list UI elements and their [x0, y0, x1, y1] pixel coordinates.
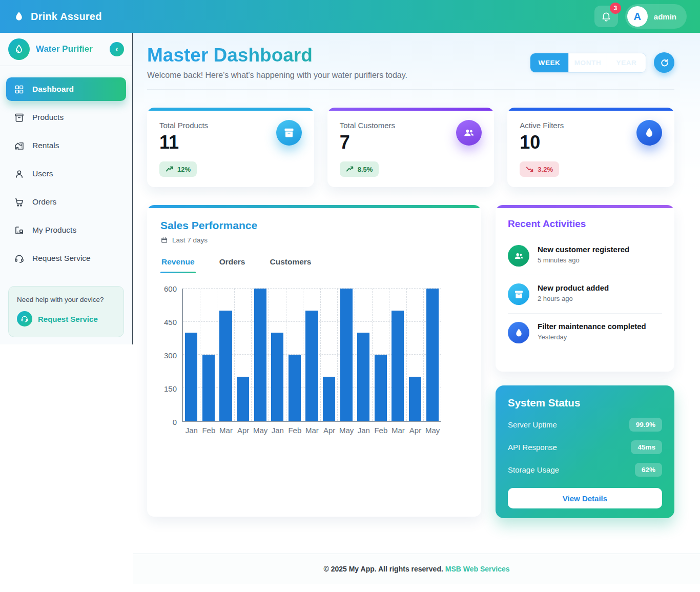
- app-header: Drink Assured 3 A admin: [0, 0, 700, 33]
- chart-slot: [286, 289, 304, 421]
- notifications-button[interactable]: 3: [594, 6, 618, 27]
- chart-bar: [426, 289, 439, 421]
- bell-icon: [601, 11, 612, 22]
- help-text: Need help with your device?: [17, 296, 115, 303]
- sidebar-item-products[interactable]: Products: [6, 106, 126, 129]
- trend-badge: 12%: [159, 161, 197, 177]
- chart-bar: [289, 355, 301, 421]
- y-tick-label: 0: [173, 418, 177, 426]
- sidebar-item-my-products[interactable]: My Products: [6, 218, 126, 242]
- refresh-button[interactable]: [654, 52, 674, 73]
- x-tick-label: Mar: [389, 426, 407, 435]
- sidebar-collapse-button[interactable]: ‹: [110, 42, 124, 56]
- chart-bar: [254, 289, 266, 421]
- chart-slot: [252, 289, 269, 421]
- headset-icon: [14, 253, 25, 264]
- x-tick-label: Feb: [200, 426, 218, 435]
- x-tick-label: Apr: [321, 426, 338, 435]
- trend-up-icon: [346, 165, 354, 173]
- tab-customers[interactable]: Customers: [269, 257, 312, 273]
- stat-icon-badge: [276, 120, 302, 146]
- chart-tabs: RevenueOrdersCustomers: [160, 257, 468, 273]
- chart-x-axis: JanFebMarAprMayJanFebMarAprMayJanFebMarA…: [183, 426, 468, 435]
- chart-y-axis: 0150300450600: [160, 289, 182, 422]
- chart-bar: [375, 355, 387, 421]
- archive-icon: [14, 112, 25, 123]
- sidebar-item-label: Dashboard: [32, 85, 74, 94]
- sidebar-item-request-service[interactable]: Request Service: [6, 247, 126, 270]
- sidebar-item-dashboard[interactable]: Dashboard: [6, 77, 126, 101]
- system-status-title: System Status: [508, 397, 662, 409]
- bar-chart: 0150300450600: [160, 289, 468, 422]
- chart-bar: [357, 333, 369, 421]
- tab-orders[interactable]: Orders: [218, 257, 246, 273]
- status-value-badge: 62%: [635, 463, 662, 477]
- page-header: Master Dashboard Welcome back! Here's wh…: [147, 45, 674, 80]
- sidebar-item-orders[interactable]: Orders: [6, 190, 126, 214]
- x-tick-label: May: [424, 426, 441, 435]
- chart-slot: [235, 289, 252, 421]
- header-actions: 3 A admin: [594, 4, 687, 29]
- period-month-button[interactable]: MONTH: [569, 53, 607, 72]
- copyright-text: © 2025 My App. All rights reserved.: [323, 565, 443, 573]
- chart-slot: [407, 289, 424, 421]
- trend-badge: 3.2%: [520, 161, 559, 177]
- sidebar-item-users[interactable]: Users: [6, 162, 126, 186]
- stat-card-total-customers: Total Customers78.5%: [327, 108, 495, 187]
- user-icon: [14, 169, 25, 179]
- chart-bar: [219, 311, 232, 421]
- status-value-badge: 99.9%: [629, 418, 662, 432]
- chart-period-label: Last 7 days: [172, 236, 208, 244]
- chart-bar: [340, 289, 353, 421]
- archive-filled-icon: [283, 127, 295, 139]
- trend-up-icon: [166, 165, 174, 173]
- chart-title: Sales Performance: [160, 219, 468, 232]
- status-row: Storage Usage62%: [508, 463, 662, 477]
- chart-bars: [183, 289, 441, 421]
- sidebar-item-rentals[interactable]: Rentals: [6, 134, 126, 157]
- period-year-button[interactable]: YEAR: [607, 53, 646, 72]
- activities-list: New customer registered5 minutes agoNew …: [508, 237, 662, 352]
- activity-text: Filter maintenance completedYesterday: [538, 322, 646, 341]
- activity-time: Yesterday: [538, 333, 646, 341]
- chart-slot: [200, 289, 218, 421]
- stat-icon-badge: [636, 120, 662, 146]
- y-tick-label: 300: [164, 351, 177, 360]
- trend-badge: 8.5%: [340, 161, 379, 177]
- drop-outline-icon: [13, 44, 25, 55]
- activity-time: 5 minutes ago: [538, 256, 629, 264]
- chart-bar: [305, 311, 318, 421]
- system-status-rows: Server Uptime99.9%API Response45msStorag…: [508, 418, 662, 477]
- sidebar-item-label: My Products: [32, 226, 76, 235]
- tab-revenue[interactable]: Revenue: [160, 257, 196, 273]
- people-filled-icon: [513, 251, 524, 261]
- footer-link[interactable]: MSB Web Services: [445, 565, 510, 573]
- period-week-button[interactable]: WEEK: [530, 53, 569, 72]
- sidebar-brand: Water Purifier ‹: [0, 33, 132, 66]
- status-value-badge: 45ms: [631, 440, 662, 454]
- chart-slot: [303, 289, 321, 421]
- status-label: API Response: [508, 443, 557, 452]
- status-row: Server Uptime99.9%: [508, 418, 662, 432]
- help-link-label: Request Service: [38, 315, 98, 323]
- help-request-service-link[interactable]: Request Service: [17, 311, 115, 326]
- stats-row: Total Products1112%Total Customers78.5%A…: [147, 108, 674, 187]
- drop-filled-icon: [513, 328, 524, 338]
- activity-title: Filter maintenance completed: [538, 322, 646, 331]
- trend-value: 12%: [177, 166, 191, 173]
- chart-slot: [373, 289, 390, 421]
- username: admin: [654, 12, 676, 21]
- activities-title: Recent Activities: [508, 218, 662, 230]
- activity-icon-badge: [508, 322, 529, 343]
- status-row: API Response45ms: [508, 440, 662, 454]
- activity-icon-badge: [508, 245, 529, 267]
- system-status-card: System Status Server Uptime99.9%API Resp…: [496, 385, 674, 518]
- sidebar-menu: DashboardProductsRentalsUsersOrdersMy Pr…: [0, 66, 132, 270]
- x-tick-label: Apr: [235, 426, 252, 435]
- sidebar-brand-label: Water Purifier: [36, 44, 93, 54]
- chart-bar: [202, 355, 215, 421]
- user-menu[interactable]: A admin: [625, 4, 687, 29]
- main-area: Master Dashboard Welcome back! Here's wh…: [133, 33, 700, 584]
- view-details-button[interactable]: View Details: [508, 488, 662, 508]
- chart-slot: [269, 289, 286, 421]
